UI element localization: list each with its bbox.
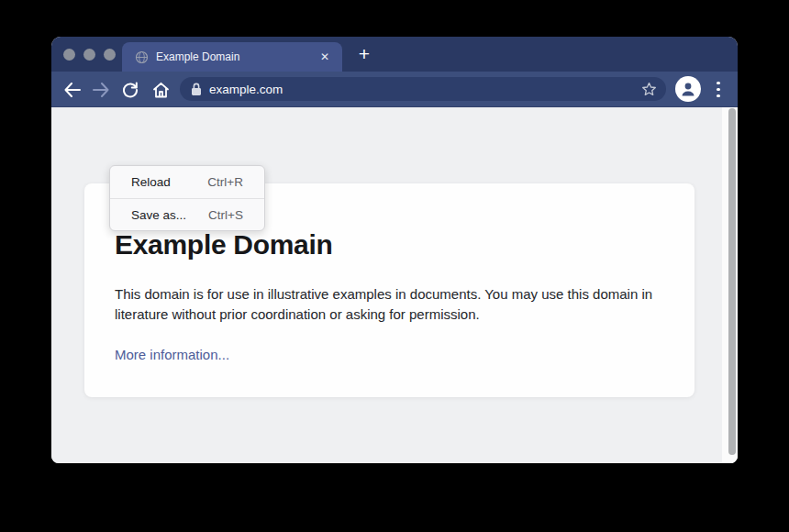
browser-window: Example Domain ✕ + (51, 37, 738, 463)
tab-strip: Example Domain ✕ + (51, 37, 738, 72)
back-arrow-icon (63, 83, 81, 97)
globe-favicon-icon (135, 50, 149, 64)
context-menu: Reload Ctrl+R Save as... Ctrl+S (109, 165, 265, 231)
reload-button[interactable] (117, 72, 143, 107)
profile-avatar-button[interactable] (675, 76, 701, 102)
window-controls (63, 49, 116, 61)
kebab-dot (717, 88, 720, 92)
window-maximize-button[interactable] (104, 49, 116, 61)
reload-icon (122, 82, 139, 98)
tab-title: Example Domain (156, 50, 318, 63)
lock-icon (191, 83, 202, 96)
bookmark-star-icon[interactable] (641, 82, 657, 97)
address-bar[interactable]: example.com (180, 77, 666, 101)
forward-button[interactable] (88, 72, 114, 107)
home-button[interactable] (148, 72, 173, 107)
browser-menu-button[interactable] (711, 72, 726, 107)
context-menu-item-save-as[interactable]: Save as... Ctrl+S (110, 198, 264, 230)
new-tab-button[interactable]: + (350, 40, 378, 68)
kebab-dot (717, 94, 720, 98)
scrollbar-thumb[interactable] (728, 108, 736, 455)
page-body-text: This domain is for use in illustrative e… (115, 284, 654, 325)
page-viewport: Example Domain This domain is for use in… (51, 107, 738, 463)
browser-toolbar: example.com (51, 72, 738, 107)
menu-item-label: Reload (131, 175, 171, 189)
more-information-link[interactable]: More information... (115, 347, 229, 362)
home-icon (152, 82, 170, 98)
url-text: example.com (209, 83, 641, 96)
person-icon (678, 79, 698, 99)
menu-item-label: Save as... (131, 208, 186, 222)
tab-close-icon[interactable]: ✕ (318, 50, 331, 64)
scrollbar-track[interactable] (722, 107, 738, 463)
page-heading: Example Domain (115, 229, 658, 260)
kebab-dot (717, 82, 720, 85)
forward-arrow-icon (93, 83, 110, 97)
back-button[interactable] (59, 72, 84, 107)
tab-example-domain[interactable]: Example Domain ✕ (122, 42, 342, 72)
context-menu-item-reload[interactable]: Reload Ctrl+R (110, 166, 264, 198)
menu-item-shortcut: Ctrl+S (208, 208, 243, 222)
menu-item-shortcut: Ctrl+R (207, 175, 243, 189)
desktop-background: Example Domain ✕ + (0, 0, 789, 532)
window-close-button[interactable] (63, 49, 75, 61)
window-minimize-button[interactable] (83, 49, 95, 61)
